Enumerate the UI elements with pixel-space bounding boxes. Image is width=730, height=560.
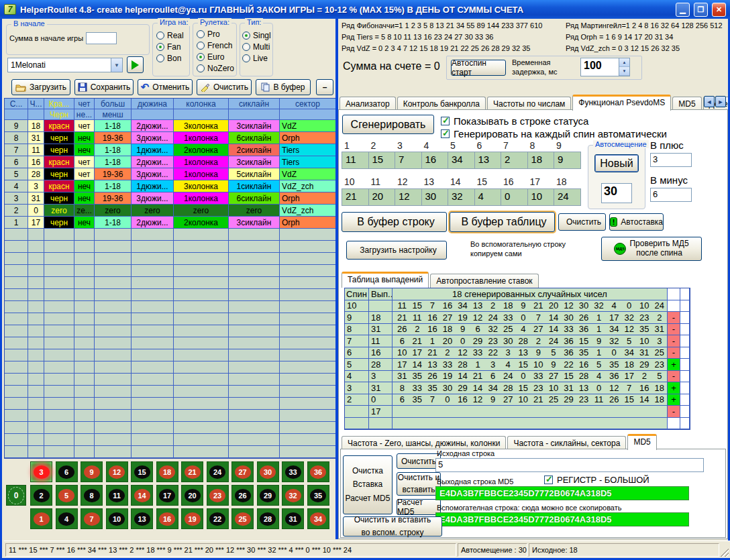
plus-input[interactable]: 3 <box>650 153 692 167</box>
md5-clear-paste-aux-button[interactable]: Очистить и вставить во вспом. строку <box>343 516 442 537</box>
tab-auto-bets[interactable]: Автопроставление ставок <box>430 274 538 288</box>
toolbar-minus-button[interactable]: – <box>316 79 333 95</box>
board-cell-12[interactable]: 12 <box>106 461 128 482</box>
board-cell-21[interactable]: 21 <box>181 461 203 482</box>
tab-spin-table[interactable]: Таблица выпадений <box>342 272 429 288</box>
board-cell-22[interactable]: 22 <box>207 508 229 529</box>
md5-source-input[interactable]: 5 <box>435 458 704 472</box>
board-cell-11[interactable]: 11 <box>106 485 128 506</box>
tab-scroll-left-icon[interactable]: ◄ <box>704 96 715 107</box>
board-cell-31[interactable]: 31 <box>282 508 304 529</box>
autobet-button[interactable]: ! Автоставка <box>609 213 664 231</box>
md5-calc-button[interactable]: Расчет MD5 <box>397 499 441 515</box>
autoshift-new-button[interactable]: Новый <box>594 154 639 172</box>
radio-roulette-pro[interactable]: Pro <box>197 28 234 40</box>
radio-game-real[interactable]: Real <box>156 30 184 41</box>
clear-grid-button[interactable]: Очистить <box>558 213 606 231</box>
board-cell-8[interactable]: 8 <box>81 485 103 506</box>
board-cell-16[interactable]: 16 <box>156 508 178 529</box>
board-cell-17[interactable]: 17 <box>156 485 178 506</box>
board-cell-6[interactable]: 6 <box>56 461 78 482</box>
radio-type-live[interactable]: Live <box>242 52 271 64</box>
board-cell-32[interactable]: 32 <box>282 485 304 506</box>
radio-roulette-nozero[interactable]: NoZero <box>197 62 234 74</box>
board-cell-7[interactable]: 7 <box>81 508 103 529</box>
radio-type-singl[interactable]: Singl <box>242 30 271 41</box>
delay-spinner[interactable]: 100 ▲ ▼ <box>580 58 630 76</box>
radio-roulette-label: Euro <box>207 52 224 62</box>
md5-output-field[interactable]: E4DA3B7FBBCE2345D7772B0674A318D5 <box>435 486 689 500</box>
board-cell-36[interactable]: 36 <box>307 461 329 482</box>
copy-row-button[interactable]: В буфер строку <box>342 212 447 232</box>
tab-md5[interactable]: MD5 <box>672 97 701 111</box>
radio-game-fan[interactable]: Fan <box>156 41 184 52</box>
board-cell-27[interactable]: 27 <box>231 461 254 482</box>
board-cell-14[interactable]: 14 <box>131 485 153 506</box>
load-settings-button[interactable]: Загрузить настройку <box>346 241 447 260</box>
board-cell-5[interactable]: 5 <box>56 485 78 506</box>
tab-контроль-банкролла[interactable]: Контроль банкролла <box>397 97 486 111</box>
toolbar-folder-open-button[interactable]: Загрузить <box>11 79 70 95</box>
preset-dropdown[interactable]: 1Melonati ▼ <box>7 58 123 72</box>
autospin-start-button[interactable]: Автоспин старт <box>451 60 506 76</box>
play-button[interactable] <box>127 56 144 73</box>
board-cell-26[interactable]: 26 <box>231 485 254 506</box>
board-cell-3[interactable]: 3 <box>30 461 52 482</box>
maximize-button[interactable]: ❐ <box>694 3 708 17</box>
close-button[interactable]: ✕ <box>712 3 726 17</box>
board-cell-2[interactable]: 2 <box>30 485 52 506</box>
board-cell-20[interactable]: 20 <box>181 485 203 506</box>
generate-button[interactable]: Сгенерировать <box>342 115 434 134</box>
board-cell-33[interactable]: 33 <box>282 461 304 482</box>
copy-table-button[interactable]: В буфер таблицу <box>450 212 555 232</box>
board-cell-24[interactable]: 24 <box>207 461 229 482</box>
board-cell-10[interactable]: 10 <box>106 508 128 529</box>
md5-clear-button[interactable]: Очистить <box>397 453 441 469</box>
board-cell-1[interactable]: 1 <box>30 508 52 529</box>
board-cell-30[interactable]: 30 <box>257 461 279 482</box>
tab-частоты-по-числам[interactable]: Частоты по числам <box>487 97 571 111</box>
board-cell-15[interactable]: 15 <box>131 461 153 482</box>
tab-md5[interactable]: MD5 <box>627 434 656 450</box>
chevron-down-icon[interactable]: ▼ <box>111 58 122 72</box>
toolbar-copy-button[interactable]: В буфер <box>256 79 311 95</box>
toolbar-undo-button[interactable]: ↶Отменить <box>138 79 193 95</box>
board-cell-4[interactable]: 4 <box>56 508 78 529</box>
tab-scroll-right-icon[interactable]: ► <box>715 96 726 107</box>
board-cell-23[interactable]: 23 <box>207 485 229 506</box>
spinner-up-icon[interactable]: ▲ <box>619 58 629 67</box>
board-cell-25[interactable]: 25 <box>231 508 254 529</box>
toolbar-save-button[interactable]: Сохранить <box>74 79 134 95</box>
board-cell-29[interactable]: 29 <box>257 485 279 506</box>
md5-aux-field[interactable]: E4DA3B7FBBCE2345D7772B0674A318D5 <box>435 512 689 526</box>
check-md5-button[interactable]: МД5 Проверить МД5 после спина <box>601 237 702 261</box>
radio-type-multi[interactable]: Multi <box>242 41 271 52</box>
tab-функционал-psevdoms[interactable]: Функционал PsevdoMS <box>572 95 671 111</box>
checkbox-autogen[interactable]: Генерировать на каждый спин автоматическ… <box>441 128 667 139</box>
toolbar-brush-button[interactable]: Очистить <box>197 79 252 95</box>
board-cell-9[interactable]: 9 <box>81 461 103 482</box>
spinner-down-icon[interactable]: ▼ <box>619 67 629 76</box>
minus-input[interactable]: 6 <box>650 188 692 202</box>
tab-freq-0[interactable]: Частота - Zero, шансы, дюжины, колонки <box>342 436 506 450</box>
board-cell-19[interactable]: 19 <box>181 508 203 529</box>
md5-case-checkbox[interactable]: РЕГИСТР - БОЛЬШОЙ <box>544 475 649 485</box>
md5-clear-paste-button[interactable]: Очистить и вставить <box>397 472 441 496</box>
radio-game-bon[interactable]: Bon <box>156 52 184 64</box>
board-cell-13[interactable]: 13 <box>131 508 153 529</box>
board-cell-35[interactable]: 35 <box>307 485 329 506</box>
radio-roulette-french[interactable]: French <box>197 40 234 51</box>
tab-freq-1[interactable]: Частота - сиклайны, сектора <box>507 436 626 450</box>
board-cell-zero[interactable]: 0 <box>6 485 26 506</box>
board-cell-34[interactable]: 34 <box>307 508 329 529</box>
board-cell-18[interactable]: 18 <box>156 461 178 482</box>
resize-grip[interactable] <box>721 549 729 557</box>
tab-анализатор[interactable]: Анализатор <box>340 97 396 111</box>
board-cell-28[interactable]: 28 <box>257 508 279 529</box>
radio-roulette-euro[interactable]: Euro <box>197 51 234 62</box>
start-sum-input[interactable] <box>86 32 117 44</box>
md5-big-button[interactable]: Очистка Вставка Расчет MD5 <box>343 455 393 514</box>
minimize-button[interactable]: ▁ <box>676 3 690 17</box>
autoshift-value[interactable]: 30 <box>601 183 632 203</box>
checkbox-show-status[interactable]: Показывать в строке статуса <box>441 115 588 127</box>
